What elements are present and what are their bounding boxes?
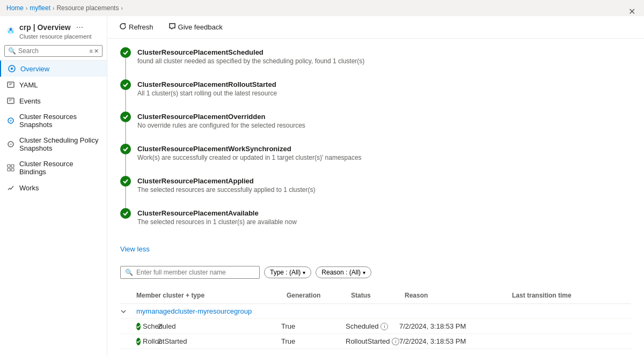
sidebar-item-works[interactable]: Works <box>0 180 107 196</box>
toolbar: Refresh Give feedback ✕ <box>107 16 644 39</box>
timeline-desc-3: Work(s) are successfully created or upda… <box>137 154 362 161</box>
filter-search-icon: 🔍 <box>125 269 133 276</box>
type-filter-chevron-icon: ▾ <box>303 270 305 276</box>
cluster-search-input[interactable] <box>136 269 255 276</box>
timeline-item-2: ClusterResourcePlacementOverridden No ov… <box>120 112 631 144</box>
sidebar: crp | Overview ··· Cluster resource plac… <box>0 16 107 356</box>
row0-status-icon <box>136 323 141 330</box>
timeline-dot-2 <box>120 112 131 122</box>
works-icon <box>6 183 15 192</box>
reason-filter-badge[interactable]: Reason : (All) ▾ <box>316 266 371 278</box>
sidebar-item-works-label: Works <box>19 184 39 192</box>
svg-point-15 <box>10 120 12 122</box>
main-content: Refresh Give feedback ✕ <box>107 16 644 356</box>
col-last-transition: Last transition time <box>512 292 631 299</box>
filter-row: 🔍 Type : (All) ▾ Reason : (All) ▾ <box>107 262 644 287</box>
sidebar-title: crp | Overview <box>19 23 71 32</box>
reason-filter-chevron-icon: ▾ <box>363 270 365 276</box>
more-options-button[interactable]: ··· <box>73 21 86 33</box>
row0-generation: 2 <box>158 322 281 330</box>
cluster-name-link[interactable]: mymanagedcluster-myresourcegroup <box>136 307 631 315</box>
timeline-title-3: ClusterResourcePlacementWorkSynchronized <box>137 145 362 153</box>
timeline-line-4 <box>125 187 126 208</box>
feedback-label: Give feedback <box>178 23 223 31</box>
sidebar-subtitle: Cluster resource placement <box>19 33 92 40</box>
timeline-item-1: ClusterResourcePlacementRolloutStarted A… <box>120 79 631 112</box>
timeline-dot-4 <box>120 176 131 187</box>
sidebar-nav: Overview YAML Events Cluster Resources S… <box>0 61 107 196</box>
sidebar-search-input[interactable] <box>18 47 87 55</box>
table-row-0: Scheduled 2 True Scheduled i 7/2/2024, 3… <box>120 319 631 334</box>
crp-logo-icon <box>6 26 15 35</box>
filter-search-box: 🔍 <box>120 266 260 279</box>
clear-icon[interactable]: ✕ <box>94 48 99 55</box>
sidebar-item-yaml-label: YAML <box>19 81 38 89</box>
svg-rect-19 <box>11 165 14 167</box>
breadcrumb: Home › myfleet › Resource placements › <box>0 0 644 16</box>
timeline-title-4: ClusterResourcePlacementApplied <box>137 177 315 185</box>
policy-icon <box>6 140 15 149</box>
sidebar-item-cluster-resources-snapshots[interactable]: Cluster Resources Snapshots <box>0 109 107 132</box>
timeline-dot-3 <box>120 144 131 154</box>
timeline-title-5: ClusterResourcePlacementAvailable <box>137 209 297 217</box>
col-status: Status <box>351 292 405 299</box>
svg-rect-20 <box>8 168 10 171</box>
breadcrumb-current: Resource placements <box>56 4 119 12</box>
sidebar-search-container: 🔍 ≡ ✕ <box>0 42 107 61</box>
sidebar-item-csps-label: Cluster Scheduling Policy Snapshots <box>19 136 100 152</box>
snapshot-icon <box>6 116 15 125</box>
breadcrumb-chevron-3: › <box>121 5 122 11</box>
sidebar-item-cluster-scheduling-policy-snapshots[interactable]: Cluster Scheduling Policy Snapshots <box>0 132 107 156</box>
sidebar-item-yaml[interactable]: YAML <box>0 77 107 93</box>
type-filter-label: Type : (All) <box>270 269 301 276</box>
sidebar-item-cluster-resource-bindings[interactable]: Cluster Resource Bindings <box>0 156 107 180</box>
timeline-title-2: ClusterResourcePlacementOverridden <box>137 113 305 121</box>
row1-name-cell: RolloutStarted <box>120 337 158 345</box>
timeline-dot-1 <box>120 79 131 90</box>
col-generation: Generation <box>287 292 351 299</box>
row0-name-cell: Scheduled <box>120 322 158 330</box>
sidebar-item-overview[interactable]: Overview <box>0 61 107 77</box>
feedback-button[interactable]: Give feedback <box>165 20 226 34</box>
row1-info-icon[interactable]: i <box>392 338 399 345</box>
breadcrumb-home[interactable]: Home <box>6 4 24 12</box>
timeline-item-4: ClusterResourcePlacementApplied The sele… <box>120 176 631 208</box>
row1-reason-cell: RolloutStarted i <box>346 337 399 345</box>
timeline-dot-0 <box>120 47 131 58</box>
svg-rect-18 <box>8 165 10 167</box>
table-header: Member cluster + type Generation Status … <box>120 287 631 304</box>
refresh-label: Refresh <box>129 23 153 31</box>
row0-reason: Scheduled <box>346 322 378 330</box>
timeline-line-1 <box>125 90 126 112</box>
close-button[interactable]: ✕ <box>626 16 638 19</box>
type-filter-badge[interactable]: Type : (All) ▾ <box>264 266 311 278</box>
filter-icon[interactable]: ≡ <box>90 48 93 55</box>
timeline-item-3: ClusterResourcePlacementWorkSynchronized… <box>120 144 631 176</box>
sidebar-header: crp | Overview ··· Cluster resource plac… <box>0 16 107 42</box>
cluster-group-row: mymanagedcluster-myresourcegroup <box>120 304 631 319</box>
timeline-item-5: ClusterResourcePlacementAvailable The se… <box>120 208 631 234</box>
breadcrumb-myfleet[interactable]: myfleet <box>30 4 50 12</box>
sidebar-item-events-label: Events <box>19 97 41 105</box>
sidebar-item-events[interactable]: Events <box>0 93 107 109</box>
svg-point-0 <box>7 27 14 34</box>
col-reason: Reason <box>405 292 512 299</box>
timeline-title-1: ClusterResourcePlacementRolloutStarted <box>137 80 277 88</box>
row1-status: True <box>281 337 346 345</box>
cluster-expand-icon[interactable] <box>120 308 136 315</box>
row0-reason-cell: Scheduled i <box>346 322 399 330</box>
svg-point-1 <box>10 28 12 30</box>
timeline: ClusterResourcePlacementScheduled found … <box>107 39 644 243</box>
view-less-link[interactable]: View less <box>120 245 150 253</box>
svg-point-3 <box>11 31 13 33</box>
breadcrumb-chevron-1: › <box>26 5 27 11</box>
timeline-line-2 <box>125 122 126 144</box>
refresh-button[interactable]: Refresh <box>116 20 157 34</box>
row0-info-icon[interactable]: i <box>380 323 388 330</box>
view-less-container: View less <box>107 243 644 262</box>
svg-point-2 <box>8 31 10 33</box>
sidebar-item-crb-label: Cluster Resource Bindings <box>19 160 100 176</box>
breadcrumb-chevron-2: › <box>53 5 54 11</box>
sidebar-item-overview-label: Overview <box>20 65 49 73</box>
timeline-line-3 <box>125 154 126 176</box>
